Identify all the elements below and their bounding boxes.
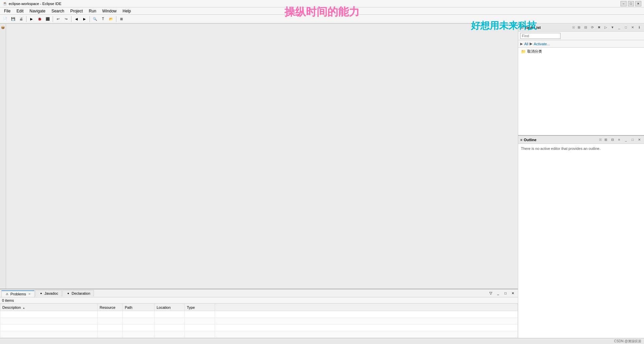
toolbar-print[interactable]: 🖨 <box>17 15 25 23</box>
task-content[interactable]: 📁 取消分类 <box>518 48 644 135</box>
menu-help[interactable]: Help <box>120 8 134 14</box>
task-toolbar-icon-5[interactable]: ▷ <box>603 25 608 30</box>
toolbar-sep-3 <box>71 16 71 22</box>
toolbar-sep-2 <box>53 16 53 22</box>
status-text: CSDN @溯泅叹居 <box>614 339 641 344</box>
outline-content: There is no active editor that provides … <box>518 144 644 344</box>
tab-javadoc[interactable]: ● Javadoc <box>35 290 62 296</box>
task-find-input[interactable] <box>520 33 560 39</box>
toolbar-redo[interactable]: ↪ <box>62 15 70 23</box>
minimize-button[interactable]: – <box>621 1 627 6</box>
editor-side-icons: 📦 <box>0 24 6 289</box>
toolbar-run[interactable]: ▶ <box>28 15 35 23</box>
toolbar-stop[interactable]: ⬛ <box>44 15 51 23</box>
task-panel-maximize[interactable]: □ <box>623 25 629 30</box>
toolbar-forward[interactable]: ▶ <box>81 15 88 23</box>
outline-close-symbol[interactable]: ☒ <box>599 138 602 141</box>
problems-tab-close[interactable]: ✕ <box>28 292 31 296</box>
javadoc-icon: ● <box>39 291 43 295</box>
menu-navigate[interactable]: Navigate <box>27 8 48 14</box>
bottom-panel: ⚠ Problems ✕ ● Javadoc ● Declaration ▽ _… <box>0 289 518 344</box>
table-row <box>0 325 518 331</box>
task-toolbar-icon-6[interactable]: ▼ <box>610 25 615 30</box>
tab-javadoc-label: Javadoc <box>44 291 58 295</box>
task-find-row <box>518 32 644 40</box>
items-count: 0 items <box>0 297 518 303</box>
menu-file[interactable]: File <box>1 8 13 14</box>
toolbar-back[interactable]: ◀ <box>73 15 80 23</box>
toolbar-sep-4 <box>90 16 90 22</box>
outline-toolbar-2[interactable]: ⊟ <box>610 137 615 142</box>
side-icon-packages[interactable]: 📦 <box>1 25 5 30</box>
task-info-icon[interactable]: ℹ <box>637 25 642 30</box>
title-bar: ☕ eclipse-workspace - Eclipse IDE – □ ✕ <box>0 0 644 7</box>
col-location[interactable]: Location <box>155 304 185 311</box>
table-row <box>0 331 518 338</box>
task-filter-row: ▶ All ▶ Activate... <box>518 40 644 48</box>
toolbar-open-type[interactable]: T <box>99 15 107 23</box>
toolbar-sep-5 <box>116 16 116 22</box>
menu-project[interactable]: Project <box>67 8 85 14</box>
maximize-button[interactable]: □ <box>628 1 634 6</box>
status-bar: CSDN @溯泅叹居 <box>0 338 644 344</box>
task-filter-activate[interactable]: Activate... <box>534 42 550 46</box>
window-controls: – □ ✕ <box>621 1 641 6</box>
toolbar-sep-1 <box>26 16 26 22</box>
tab-declaration-label: Declaration <box>71 291 90 295</box>
bottom-maximize-btn[interactable]: □ <box>502 290 509 297</box>
close-button[interactable]: ✕ <box>635 1 641 6</box>
col-type[interactable]: Type <box>185 304 215 311</box>
task-toolbar-icon-3[interactable]: ⟳ <box>590 25 595 30</box>
outline-toolbar-1[interactable]: ⊞ <box>603 137 608 142</box>
table-row <box>0 318 518 325</box>
task-toolbar-icon-1[interactable]: ⊞ <box>576 25 582 30</box>
tab-problems-label: Problems <box>10 292 26 296</box>
editor-content[interactable]: 📦 <box>0 24 518 289</box>
task-tree-item[interactable]: 📁 取消分类 <box>520 48 643 55</box>
tab-declaration[interactable]: ● Declaration <box>62 290 94 296</box>
menu-bar: File Edit Navigate Search Project Run Wi… <box>0 7 644 15</box>
bottom-filter-btn[interactable]: ▽ <box>487 290 494 297</box>
task-folder-icon: 📁 <box>521 49 526 54</box>
outline-panel-close[interactable]: ✕ <box>637 137 642 142</box>
sort-arrow-description: ▲ <box>22 306 25 309</box>
bottom-minimize-btn[interactable]: _ <box>494 290 502 297</box>
task-close-symbol[interactable]: ☒ <box>572 26 575 29</box>
toolbar-undo[interactable]: ↩ <box>54 15 62 23</box>
col-path[interactable]: Path <box>123 304 155 311</box>
col-description[interactable]: Description ▲ <box>0 304 98 311</box>
bottom-tabs: ⚠ Problems ✕ ● Javadoc ● Declaration ▽ _… <box>0 289 518 297</box>
toolbar-save[interactable]: 💾 <box>9 15 17 23</box>
toolbar-open-resource[interactable]: 📂 <box>107 15 115 23</box>
task-panel-close[interactable]: ✕ <box>630 25 635 30</box>
menu-window[interactable]: Window <box>100 8 119 14</box>
menu-edit[interactable]: Edit <box>14 8 26 14</box>
toolbar-new[interactable]: 📄 <box>1 15 9 23</box>
menu-search[interactable]: Search <box>49 8 67 14</box>
col-resource[interactable]: Resource <box>98 304 123 311</box>
outline-panel-maximize[interactable]: □ <box>630 137 635 142</box>
task-panel-title: Task List <box>525 25 570 30</box>
task-toolbar-icon-2[interactable]: ⊟ <box>583 25 588 30</box>
task-panel-minimize[interactable]: _ <box>616 25 622 30</box>
task-toolbar-icon-4[interactable]: ✖ <box>596 25 602 30</box>
app-title: eclipse-workspace - Eclipse IDE <box>9 2 621 6</box>
editor-area: 📦 ⚠ Problems ✕ ● Javadoc ● <box>0 23 518 344</box>
bottom-close-btn[interactable]: ✕ <box>509 290 517 297</box>
tab-problems[interactable]: ⚠ Problems ✕ <box>1 290 35 297</box>
toolbar-perspective[interactable]: ⊞ <box>118 15 125 23</box>
menu-run[interactable]: Run <box>86 8 99 14</box>
toolbar-search[interactable]: 🔍 <box>91 15 99 23</box>
outline-panel-minimize[interactable]: _ <box>623 137 629 142</box>
task-filter-all[interactable]: All <box>524 42 528 46</box>
toolbar-debug[interactable]: 🐞 <box>36 15 43 23</box>
outline-icon: ≡ <box>520 138 522 142</box>
toolbar: 📄 💾 🖨 ▶ 🐞 ⬛ ↩ ↪ ◀ ▶ 🔍 T 📂 ⊞ <box>0 15 644 23</box>
outline-title-bar: ≡ Outline ☒ ⊞ ⊟ ≡ _ □ ✕ <box>518 136 644 144</box>
outline-toolbar-3[interactable]: ≡ <box>616 137 622 142</box>
declaration-icon: ● <box>66 291 70 295</box>
col-extra <box>215 304 518 311</box>
task-item-label: 取消分类 <box>527 49 542 54</box>
task-panel-title-bar: ☑ Task List ☒ ⊞ ⊟ ⟳ ✖ ▷ ▼ _ □ ✕ ℹ <box>518 23 644 32</box>
table-row <box>0 311 518 318</box>
